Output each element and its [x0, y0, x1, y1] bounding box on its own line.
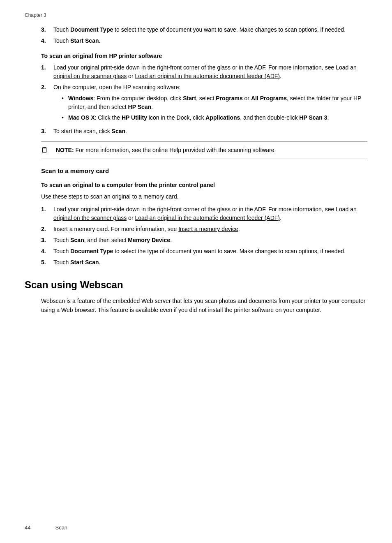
mc-step4-content: Touch Document Type to select the type o…: [53, 247, 367, 256]
scan-memory-heading: Scan to a memory card: [41, 167, 367, 174]
scan-control-heading: To scan an original to a computer from t…: [41, 182, 367, 188]
hs-step2-content: On the computer, open the HP scanning so…: [53, 83, 367, 125]
hs-step1-num: 1.: [41, 63, 53, 81]
macos-text: Mac OS X: Click the HP Utility icon in t…: [68, 113, 329, 122]
mc-step2-content: Insert a memory card. For more informati…: [53, 225, 367, 233]
step3-content: Touch Document Type to select the type o…: [53, 25, 367, 34]
footer-page-number: 44: [25, 525, 30, 531]
step4-bold: Start Scan: [70, 37, 99, 44]
hs-step1: 1. Load your original print-side down in…: [41, 63, 367, 81]
step3-rest: to select the type of document you want …: [113, 26, 346, 33]
mc-step3: 3. Touch Scan, and then select Memory De…: [41, 236, 367, 245]
step4-content: Touch Start Scan.: [53, 37, 367, 45]
main-content: 3. Touch Document Type to select the typ…: [41, 25, 367, 267]
mc-step1-num: 1.: [41, 205, 53, 222]
chapter-header: Chapter 3: [25, 12, 367, 18]
hs-step3-num: 3.: [41, 127, 53, 136]
hp-software-section-heading: To scan an original from HP printer soft…: [41, 53, 367, 59]
mc-step4: 4. Touch Document Type to select the typ…: [41, 247, 367, 256]
use-steps-text: Use these steps to scan an original to a…: [41, 192, 367, 201]
mc-step3-num: 3.: [41, 236, 53, 245]
mc-step1: 1. Load your original print-side down in…: [41, 205, 367, 222]
windows-bullet: • Windows: From the computer desktop, cl…: [62, 94, 367, 111]
note-box: 🗒 NOTE: For more information, see the on…: [41, 141, 367, 159]
footer-section-label: Scan: [55, 525, 67, 531]
page-footer: 44 Scan: [25, 525, 67, 531]
mc-step2: 2. Insert a memory card. For more inform…: [41, 225, 367, 233]
mc-step5-num: 5.: [41, 258, 53, 267]
continued-steps: 3. Touch Document Type to select the typ…: [41, 25, 367, 45]
webscan-intro: Webscan is a feature of the embedded Web…: [41, 296, 367, 315]
note-text: NOTE: For more information, see the onli…: [56, 146, 276, 155]
macos-bullet: • Mac OS X: Click the HP Utility icon in…: [62, 113, 367, 122]
note-icon: 🗒: [41, 146, 53, 155]
load-adf-link1[interactable]: Load an original in the automatic docume…: [135, 73, 280, 79]
hs-step3: 3. To start the scan, click Scan.: [41, 127, 367, 136]
note-label: NOTE:: [56, 147, 74, 153]
windows-text: Windows: From the computer desktop, clic…: [68, 94, 367, 111]
mc-step1-content: Load your original print-side down in th…: [53, 205, 367, 222]
bullet-dot-1: •: [62, 94, 68, 111]
hp-software-steps: 1. Load your original print-side down in…: [41, 63, 367, 136]
mc-step4-num: 4.: [41, 247, 53, 256]
memory-card-steps: 1. Load your original print-side down in…: [41, 205, 367, 267]
step-3-item: 3. Touch Document Type to select the typ…: [41, 25, 367, 34]
hs-step2: 2. On the computer, open the HP scanning…: [41, 83, 367, 125]
mc-step2-num: 2.: [41, 225, 53, 233]
step4-number: 4.: [41, 37, 53, 45]
page: Chapter 3 3. Touch Document Type to sele…: [0, 0, 392, 543]
mc-step5: 5. Touch Start Scan.: [41, 258, 367, 267]
bullet-dot-2: •: [62, 113, 68, 122]
mc-step5-content: Touch Start Scan.: [53, 258, 367, 267]
step3-bold: Document Type: [70, 26, 113, 33]
hs-step1-content: Load your original print-side down in th…: [53, 63, 367, 81]
step3-number: 3.: [41, 25, 53, 34]
hs-step2-num: 2.: [41, 83, 53, 125]
insert-memory-link[interactable]: Insert a memory device: [178, 226, 238, 232]
step-4-item: 4. Touch Start Scan.: [41, 37, 367, 45]
load-adf-link2[interactable]: Load an original in the automatic docume…: [135, 215, 280, 221]
webscan-heading: Scan using Webscan: [25, 279, 367, 291]
hs-step3-content: To start the scan, click Scan.: [53, 127, 367, 136]
mc-step3-content: Touch Scan, and then select Memory Devic…: [53, 236, 367, 245]
os-bullets: • Windows: From the computer desktop, cl…: [62, 94, 367, 122]
